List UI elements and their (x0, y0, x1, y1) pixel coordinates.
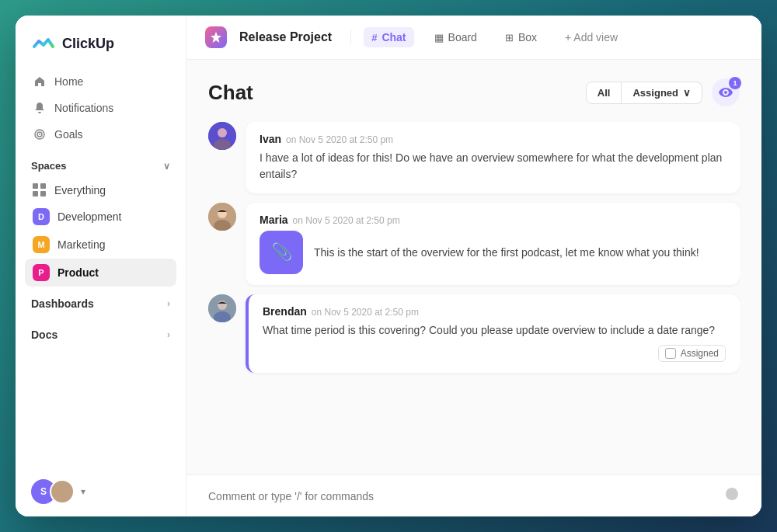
comment-input[interactable] (208, 490, 715, 502)
message-card: Brendan on Nov 5 2020 at 2:50 pm What ti… (246, 294, 740, 373)
bell-icon (33, 101, 47, 115)
sidebar-item-dashboards[interactable]: Dashboards › (16, 290, 186, 318)
tab-board-label: Board (448, 31, 477, 43)
send-icon[interactable] (724, 486, 740, 506)
message-meta: Ivan on Nov 5 2020 at 2:50 pm (260, 133, 726, 145)
message-time: on Nov 5 2020 at 2:50 pm (286, 134, 393, 145)
product-label: Product (57, 266, 99, 279)
eye-icon (719, 88, 733, 97)
hash-icon: # (371, 32, 377, 43)
message-item: Ivan on Nov 5 2020 at 2:50 pm I have a l… (208, 122, 740, 193)
add-view-button[interactable]: + Add view (557, 27, 625, 47)
spaces-chevron-icon: ∨ (163, 161, 170, 172)
attachment-icon: 📎 (260, 231, 303, 274)
tab-board[interactable]: ▦ Board (427, 27, 485, 47)
everything-icon (33, 183, 47, 197)
board-icon: ▦ (434, 32, 444, 43)
docs-label: Docs (31, 329, 57, 341)
project-icon (205, 26, 227, 48)
home-label: Home (54, 75, 83, 88)
docs-chevron-icon: › (167, 329, 170, 340)
chat-title: Chat (208, 81, 253, 105)
home-icon (33, 75, 47, 89)
topbar: Release Project # Chat ▦ Board ⊞ Box + A… (186, 16, 761, 60)
dashboards-label: Dashboards (31, 297, 94, 310)
assigned-label: Assigned (681, 348, 719, 359)
message-card: Ivan on Nov 5 2020 at 2:50 pm I have a l… (246, 122, 740, 193)
goals-label: Goals (54, 128, 83, 141)
avatar (208, 122, 236, 150)
sidebar: ClickUp Home Notifications Goals (16, 16, 186, 516)
everything-label: Everything (54, 184, 106, 196)
app-name: ClickUp (62, 36, 114, 52)
sidebar-nav: Home Notifications Goals (16, 68, 186, 148)
marketing-label: Marketing (57, 238, 105, 251)
message-footer: Assigned (263, 345, 726, 362)
message-author: Ivan (260, 133, 281, 145)
filter-assigned-label: Assigned (632, 87, 678, 99)
chat-header: Chat All Assigned ∨ 1 (208, 78, 740, 106)
notifications-label: Notifications (54, 102, 113, 114)
sidebar-item-product[interactable]: P Product (25, 259, 176, 287)
spaces-header[interactable]: Spaces ∨ (16, 148, 186, 178)
clickup-logo-icon (31, 31, 56, 56)
sidebar-item-docs[interactable]: Docs › (16, 321, 186, 349)
tab-box-label: Box (518, 31, 537, 43)
main-content: Release Project # Chat ▦ Board ⊞ Box + A… (186, 16, 761, 516)
tab-chat[interactable]: # Chat (364, 27, 413, 47)
attachment-box: 📎 This is the start of the overview for … (260, 231, 726, 274)
logo: ClickUp (16, 16, 186, 68)
message-author: Brendan (263, 305, 307, 318)
box-icon: ⊞ (505, 32, 514, 43)
avatar (208, 294, 236, 322)
chat-area: Chat All Assigned ∨ 1 (186, 60, 761, 475)
tab-divider (350, 30, 351, 45)
filter-assigned-button[interactable]: Assigned ∨ (622, 82, 702, 104)
messages-list: Ivan on Nov 5 2020 at 2:50 pm I have a l… (208, 122, 740, 475)
message-card: Maria on Nov 5 2020 at 2:50 pm 📎 This is… (246, 203, 740, 285)
target-icon (33, 127, 47, 141)
product-badge: P (33, 264, 50, 281)
message-item: Brendan on Nov 5 2020 at 2:50 pm What ti… (208, 294, 740, 373)
tab-chat-label: Chat (382, 31, 406, 43)
sidebar-item-home[interactable]: Home (25, 68, 176, 95)
sidebar-item-development[interactable]: D Development (25, 203, 176, 231)
assigned-checkbox (665, 348, 676, 359)
maria-avatar-img (208, 203, 236, 231)
user-dropdown-icon: ▾ (81, 486, 85, 497)
message-time: on Nov 5 2020 at 2:50 pm (312, 307, 419, 318)
message-author: Maria (260, 214, 288, 226)
filter-chevron-icon: ∨ (683, 87, 691, 99)
development-label: Development (57, 210, 122, 223)
development-badge: D (33, 208, 50, 225)
chat-filters: All Assigned ∨ (586, 82, 702, 104)
eye-button[interactable]: 1 (712, 78, 740, 106)
message-text: I have a lot of ideas for this! Do we ha… (260, 150, 726, 183)
svg-point-4 (218, 128, 227, 137)
tab-box[interactable]: ⊞ Box (497, 27, 545, 47)
message-meta: Maria on Nov 5 2020 at 2:50 pm (260, 214, 726, 226)
filter-all-button[interactable]: All (586, 82, 622, 104)
avatar (208, 203, 236, 231)
dashboards-chevron-icon: › (167, 298, 170, 309)
message-item: Maria on Nov 5 2020 at 2:50 pm 📎 This is… (208, 203, 740, 285)
assigned-button[interactable]: Assigned (658, 345, 726, 362)
message-text: What time period is this covering? Could… (263, 322, 726, 339)
brendan-avatar-img (208, 294, 236, 322)
ivan-avatar-img (208, 122, 236, 150)
sidebar-user-row[interactable]: S ▾ (16, 467, 186, 516)
project-title: Release Project (239, 30, 332, 44)
eye-badge: 1 (729, 77, 741, 89)
message-text: This is the start of the overview for th… (314, 245, 699, 261)
sidebar-item-notifications[interactable]: Notifications (25, 95, 176, 121)
sidebar-item-marketing[interactable]: M Marketing (25, 231, 176, 259)
sidebar-item-everything[interactable]: Everything (25, 178, 176, 203)
sidebar-item-goals[interactable]: Goals (25, 121, 176, 148)
add-view-label: + Add view (565, 31, 618, 43)
avatar-group: S (31, 479, 75, 504)
message-time: on Nov 5 2020 at 2:50 pm (293, 215, 400, 226)
svg-point-2 (39, 134, 40, 135)
comment-box (186, 475, 761, 516)
user-avatar-2 (50, 479, 75, 504)
app-window: ClickUp Home Notifications Goals (16, 16, 761, 516)
